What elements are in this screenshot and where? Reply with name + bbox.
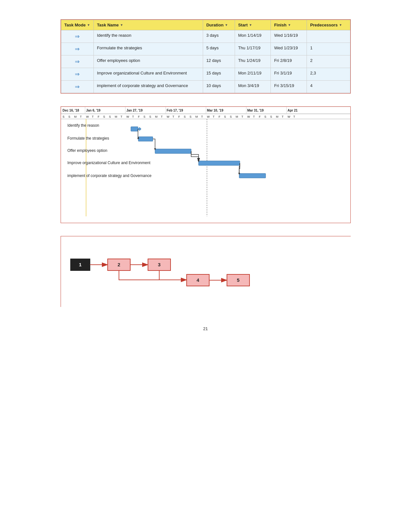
svg-text:4: 4: [196, 277, 199, 283]
svg-text:implement of corporate strateg: implement of corporate strategy and Gove…: [67, 173, 152, 178]
duration-cell: 10 days: [203, 81, 235, 93]
finish-cell: Fri 3/1/19: [271, 68, 307, 81]
svg-text:T: T: [121, 115, 122, 118]
svg-text:T: T: [172, 115, 174, 118]
task-name-cell: Formulate the strategies: [93, 43, 203, 55]
network-svg: 1 2 3 4 5: [61, 236, 351, 307]
col-header-finish: Finish ▼: [271, 20, 307, 30]
svg-text:2: 2: [117, 262, 120, 267]
table-row: ⇒Offer employees option12 daysThu 1/24/1…: [61, 55, 350, 68]
start-cell: Mon 1/14/19: [235, 30, 271, 43]
svg-text:S: S: [109, 115, 111, 118]
col-header-duration: Duration ▼: [203, 20, 235, 30]
duration-cell: 15 days: [203, 68, 235, 81]
col-header-start: Start ▼: [235, 20, 271, 30]
svg-text:F: F: [219, 115, 220, 118]
col-header-task-mode: Task Mode ▼: [61, 20, 93, 30]
svg-rect-70: [239, 173, 266, 178]
svg-text:S: S: [68, 115, 70, 118]
svg-text:W: W: [207, 115, 210, 118]
svg-text:W: W: [247, 115, 250, 118]
task-mode-icon: ⇒: [75, 45, 80, 53]
svg-text:M: M: [276, 115, 279, 118]
start-cell: Mon 3/4/19: [235, 81, 271, 93]
svg-text:S: S: [224, 115, 226, 118]
duration-cell: 12 days: [203, 55, 235, 68]
task-mode-cell: ⇒: [61, 81, 93, 93]
task-mode-icon: ⇒: [75, 83, 80, 90]
gantt-svg: Dec 16, '18 Jan 6, '19 Jan 27, '19 Feb 1…: [61, 107, 351, 223]
svg-rect-66: [155, 149, 191, 153]
svg-text:W: W: [86, 115, 89, 118]
col-header-predecessors: Predecessors ▼: [307, 20, 350, 30]
predecessors-cell: 4: [307, 81, 350, 93]
duration-cell: 5 days: [203, 43, 235, 55]
duration-dropdown-icon[interactable]: ▼: [225, 23, 228, 27]
svg-text:T: T: [92, 115, 94, 118]
svg-text:Feb 17, '19: Feb 17, '19: [167, 109, 183, 112]
svg-rect-64: [138, 137, 153, 141]
svg-text:Offer employees option: Offer employees option: [67, 148, 107, 153]
start-cell: Mon 2/11/19: [235, 68, 271, 81]
svg-text:S: S: [143, 115, 145, 118]
task-mode-cell: ⇒: [61, 43, 93, 55]
start-cell: Thu 1/17/19: [235, 43, 271, 55]
svg-text:Apr 21: Apr 21: [288, 109, 298, 112]
task-mode-cell: ⇒: [61, 30, 93, 43]
predecessors-cell: 2: [307, 55, 350, 68]
svg-text:S: S: [264, 115, 266, 118]
table-row: ⇒Identify the reason3 daysMon 1/14/19Wed…: [61, 30, 350, 43]
svg-rect-61: [131, 127, 138, 131]
task-name-cell: implement of corporate strategy and Gove…: [93, 81, 203, 93]
svg-text:F: F: [98, 115, 100, 118]
task-mode-icon: ⇒: [75, 71, 80, 78]
gantt-chart: Dec 16, '18 Jan 6, '19 Jan 27, '19 Feb 1…: [61, 106, 351, 223]
svg-text:Jan 6, '19: Jan 6, '19: [86, 109, 101, 112]
svg-text:S: S: [63, 115, 64, 118]
svg-text:Mar 31, '19: Mar 31, '19: [247, 109, 264, 112]
task-name-dropdown-icon[interactable]: ▼: [120, 23, 123, 27]
svg-text:T: T: [241, 115, 243, 118]
svg-text:S: S: [270, 115, 272, 118]
predecessors-cell: [307, 30, 350, 43]
task-mode-cell: ⇒: [61, 55, 93, 68]
task-mode-cell: ⇒: [61, 68, 93, 81]
task-mode-icon: ⇒: [75, 58, 80, 65]
svg-text:Formulate the strategies: Formulate the strategies: [67, 136, 109, 141]
svg-text:5: 5: [237, 277, 239, 283]
task-name-cell: Improve organizational Culture and Envir…: [93, 68, 203, 81]
svg-text:T: T: [293, 115, 295, 118]
svg-text:T: T: [213, 115, 215, 118]
finish-cell: Fri 2/8/19: [271, 55, 307, 68]
svg-text:3: 3: [158, 262, 160, 267]
duration-cell: 3 days: [203, 30, 235, 43]
svg-text:M: M: [74, 115, 77, 118]
task-mode-icon: ⇒: [75, 33, 80, 40]
finish-cell: Wed 1/23/19: [271, 43, 307, 55]
start-dropdown-icon[interactable]: ▼: [249, 23, 252, 27]
predecessors-dropdown-icon[interactable]: ▼: [339, 23, 342, 27]
finish-cell: Wed 1/16/19: [271, 30, 307, 43]
svg-text:T: T: [161, 115, 163, 118]
network-diagram: 1 2 3 4 5: [61, 236, 351, 307]
finish-cell: Fri 3/15/19: [271, 81, 307, 93]
task-mode-dropdown-icon[interactable]: ▼: [87, 23, 90, 27]
svg-text:T: T: [132, 115, 134, 118]
svg-text:1: 1: [79, 262, 81, 267]
finish-dropdown-icon[interactable]: ▼: [288, 23, 291, 27]
svg-text:W: W: [167, 115, 170, 118]
svg-text:T: T: [80, 115, 82, 118]
svg-text:T: T: [282, 115, 284, 118]
svg-text:Mar 10, '19: Mar 10, '19: [207, 109, 223, 112]
svg-text:M: M: [155, 115, 158, 118]
predecessors-cell: 2,3: [307, 68, 350, 81]
svg-text:S: S: [184, 115, 186, 118]
svg-text:Jan 27, '19: Jan 27, '19: [126, 109, 143, 112]
svg-text:F: F: [138, 115, 140, 118]
table-row: ⇒Improve organizational Culture and Envi…: [61, 68, 350, 81]
svg-text:Improve organizational Culture: Improve organizational Culture and Envir…: [67, 161, 151, 165]
page-number: 21: [203, 326, 208, 331]
svg-text:M: M: [115, 115, 117, 118]
task-name-cell: Offer employees option: [93, 55, 203, 68]
svg-text:S: S: [149, 115, 151, 118]
